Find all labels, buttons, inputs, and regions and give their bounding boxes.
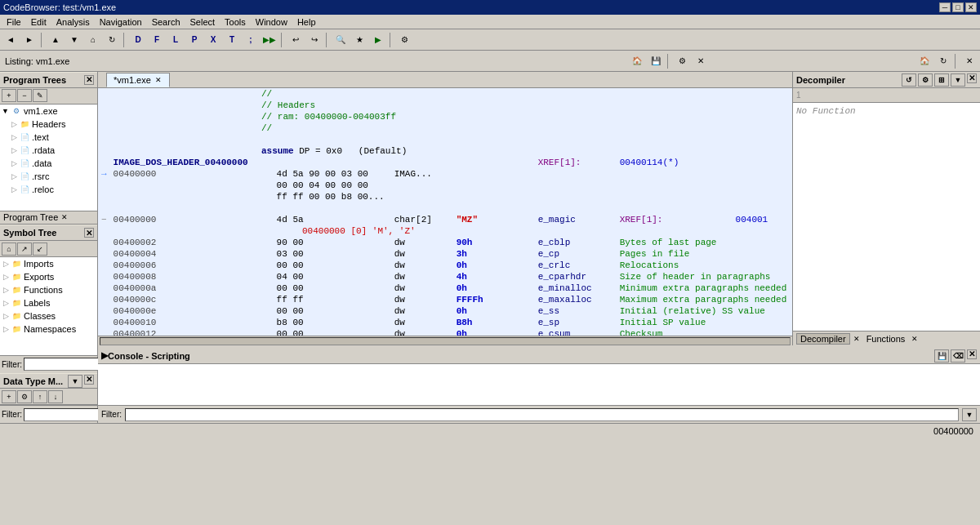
listing-options-button[interactable]: ⚙: [673, 53, 691, 69]
menu-item-navigation[interactable]: Navigation: [95, 15, 147, 29]
sym-tree-item[interactable]: ▷📁Namespaces: [0, 323, 97, 336]
prog-add-btn[interactable]: +: [2, 89, 16, 102]
data-type-close[interactable]: ✕: [84, 375, 94, 385]
patch-button[interactable]: P: [185, 32, 203, 48]
symbol-tree-close[interactable]: ✕: [84, 228, 94, 238]
menu-item-tools[interactable]: Tools: [220, 15, 251, 29]
table-row[interactable]: assume DP = 0x0 (Default): [98, 145, 792, 157]
home-button[interactable]: ⌂: [84, 32, 102, 48]
prog-edit-btn[interactable]: ✎: [33, 89, 47, 102]
decompiler-btn3[interactable]: ⊞: [934, 73, 949, 87]
run-button[interactable]: ▶: [369, 32, 387, 48]
maximize-button[interactable]: □: [952, 2, 964, 12]
vm1-tab-close[interactable]: ✕: [154, 76, 163, 84]
sym-tree-item[interactable]: ▷📁Imports: [0, 257, 97, 270]
menu-item-search[interactable]: Search: [147, 15, 185, 29]
program-tree-close-x[interactable]: ✕: [61, 213, 68, 221]
dt-btn1[interactable]: +: [2, 390, 16, 403]
undo-button[interactable]: ↩: [287, 32, 305, 48]
decompiler-btn4[interactable]: ▼: [951, 73, 965, 87]
table-row[interactable]: 00400010b8 00dwB8he_spInitial SP value: [98, 317, 792, 328]
prog-tree-item[interactable]: ▷📄.data: [0, 157, 97, 170]
back-button[interactable]: ◄: [2, 32, 20, 48]
close-window-button[interactable]: ✕: [965, 2, 977, 12]
function-button[interactable]: F: [148, 32, 166, 48]
table-row[interactable]: 0040001200 00dw0he_csumChecksum: [98, 328, 792, 336]
vm1-tab[interactable]: *vm1.exe ✕: [106, 73, 170, 87]
sym-tree-item[interactable]: ▷📁Exports: [0, 270, 97, 283]
search-button[interactable]: 🔍: [332, 32, 350, 48]
decompiler-refresh-button[interactable]: ↻: [934, 53, 952, 69]
sym-tree-item[interactable]: ▷📁Functions: [0, 283, 97, 296]
down-button[interactable]: ▼: [65, 32, 83, 48]
auto-analyze-button[interactable]: ▶▶: [261, 32, 278, 48]
table-row[interactable]: 00 00 04 00 00 00: [98, 180, 792, 191]
program-trees-close[interactable]: ✕: [84, 75, 94, 85]
table-row[interactable]: 00400000 [0] 'M', 'Z': [98, 225, 792, 237]
prog-tree-item[interactable]: ▷📁Headers: [0, 118, 97, 131]
comment-button[interactable]: ;: [242, 32, 260, 48]
console-filter-btn[interactable]: ▼: [962, 408, 977, 421]
prog-del-btn[interactable]: −: [17, 89, 32, 102]
menu-item-select[interactable]: Select: [185, 15, 220, 29]
console-save-btn[interactable]: 💾: [934, 349, 949, 363]
decompiler-home-button[interactable]: 🏠: [915, 53, 933, 69]
bookmark-button[interactable]: ★: [350, 32, 368, 48]
sym-btn2[interactable]: ↗: [17, 242, 32, 256]
table-row[interactable]: 0040000290 00dw90he_cblpBytes of last pa…: [98, 237, 792, 248]
menu-item-file[interactable]: File: [2, 15, 26, 29]
decompiler-decompiler-tab[interactable]: Decompiler: [796, 333, 850, 345]
decompiler-close[interactable]: ✕: [967, 73, 977, 83]
console-filter-input[interactable]: [125, 408, 959, 421]
table-row[interactable]: //: [98, 88, 792, 100]
table-row[interactable]: [98, 202, 792, 214]
listing-hscroll[interactable]: [98, 336, 792, 345]
dt-btn3[interactable]: ↑: [33, 390, 47, 403]
table-row[interactable]: ff ff 00 00 b8 00...: [98, 191, 792, 202]
listing-close-button[interactable]: ✕: [692, 53, 710, 69]
dt-btn2[interactable]: ⚙: [17, 390, 32, 403]
up-button[interactable]: ▲: [47, 32, 65, 48]
table-row[interactable]: 0040000600 00dw0he_crlcRelocations: [98, 260, 792, 271]
table-row[interactable]: −004000004d 5achar[2]"MZ"e_magicXREF[1]:…: [98, 214, 792, 225]
prog-tree-item[interactable]: ▷📄.rsrc: [0, 170, 97, 183]
sym-tree-item[interactable]: ▷📁Classes: [0, 309, 97, 323]
label-button[interactable]: L: [167, 32, 185, 48]
prog-tree-item[interactable]: ▷📄.rdata: [0, 144, 97, 157]
type-button[interactable]: T: [223, 32, 241, 48]
refresh-button[interactable]: ↻: [103, 32, 121, 48]
menu-item-window[interactable]: Window: [251, 15, 292, 29]
sym-tree-item[interactable]: ▷📁Labels: [0, 296, 97, 309]
data-type-expand-btn[interactable]: ▼: [68, 375, 82, 388]
dt-btn4[interactable]: ↓: [48, 390, 63, 403]
listing-save-button[interactable]: 💾: [647, 53, 665, 69]
sym-btn1[interactable]: ⌂: [2, 242, 16, 256]
minimize-button[interactable]: ─: [939, 2, 951, 12]
console-close[interactable]: ✕: [967, 349, 977, 359]
forward-button[interactable]: ►: [20, 32, 38, 48]
decompiler-close-tab-1[interactable]: ✕: [853, 335, 860, 343]
listing-content[interactable]: //// Headers// ram: 00400000-004003ff// …: [98, 88, 792, 336]
sym-btn3[interactable]: ↙: [33, 242, 47, 256]
menu-item-help[interactable]: Help: [292, 15, 321, 29]
table-row[interactable]: 0040000403 00dw3he_cpPages in file: [98, 248, 792, 260]
console-content[interactable]: [98, 364, 980, 405]
tool1-button[interactable]: ⚙: [395, 32, 413, 48]
console-clear-btn[interactable]: ⌫: [951, 349, 965, 363]
table-row[interactable]: 0040000cff ffdwFFFFhe_maxallocMaximum ex…: [98, 294, 792, 305]
table-row[interactable]: //: [98, 122, 792, 134]
xref-button[interactable]: X: [204, 32, 222, 48]
prog-tree-item[interactable]: ▷📄.reloc: [0, 183, 97, 196]
prog-tree-item[interactable]: ▷📄.text: [0, 131, 97, 144]
table-row[interactable]: 0040000e00 00dw0he_ssInitial (relative) …: [98, 305, 792, 317]
decompiler-btn1[interactable]: ↺: [902, 73, 916, 87]
table-row[interactable]: →004000004d 5a 90 00 03 00IMAG...: [98, 168, 792, 180]
table-row[interactable]: 0040000a00 00dw0he_minallocMinimum extra…: [98, 283, 792, 294]
prog-tree-item[interactable]: ▼⚙vm1.exe: [0, 105, 97, 118]
table-row[interactable]: IMAGE_DOS_HEADER_00400000 XREF[1]:004001…: [98, 157, 792, 168]
menu-item-edit[interactable]: Edit: [26, 15, 51, 29]
decompiler-close-tab-2[interactable]: ✕: [911, 335, 918, 343]
menu-item-analysis[interactable]: Analysis: [51, 15, 95, 29]
disassemble-button[interactable]: D: [129, 32, 147, 48]
table-row[interactable]: // Headers: [98, 100, 792, 111]
